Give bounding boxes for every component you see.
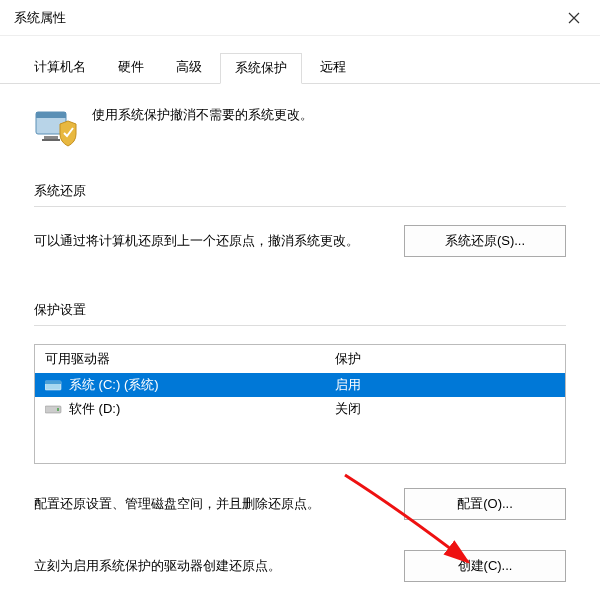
- intro-row: 使用系统保护撤消不需要的系统更改。: [34, 104, 566, 148]
- drive-icon: [45, 378, 63, 392]
- system-restore-button[interactable]: 系统还原(S)...: [404, 225, 566, 257]
- drive-icon: [45, 402, 63, 416]
- configure-text: 配置还原设置、管理磁盘空间，并且删除还原点。: [34, 495, 388, 513]
- intro-text: 使用系统保护撤消不需要的系统更改。: [92, 104, 313, 148]
- protection-settings-header: 保护设置: [34, 301, 566, 326]
- svg-rect-7: [57, 408, 59, 411]
- svg-rect-1: [36, 112, 66, 118]
- svg-rect-2: [44, 136, 58, 139]
- tab-advanced[interactable]: 高级: [162, 53, 216, 84]
- drive-protection: 关闭: [335, 400, 555, 418]
- tab-system-protection[interactable]: 系统保护: [220, 53, 302, 84]
- drive-label: 系统 (C:) (系统): [69, 376, 335, 394]
- drive-protection: 启用: [335, 376, 555, 394]
- svg-rect-3: [42, 139, 60, 141]
- tabs: 计算机名 硬件 高级 系统保护 远程: [0, 36, 600, 84]
- titlebar: 系统属性: [0, 0, 600, 36]
- col-protection-header: 保护: [335, 350, 555, 368]
- create-row: 立刻为启用系统保护的驱动器创建还原点。 创建(C)...: [34, 550, 566, 582]
- system-protection-icon: [34, 104, 78, 148]
- tab-hardware[interactable]: 硬件: [104, 53, 158, 84]
- drive-row-c[interactable]: 系统 (C:) (系统) 启用: [35, 373, 565, 397]
- system-restore-row: 可以通过将计算机还原到上一个还原点，撤消系统更改。 系统还原(S)...: [34, 225, 566, 257]
- drive-row-d[interactable]: 软件 (D:) 关闭: [35, 397, 565, 421]
- tab-remote[interactable]: 远程: [306, 53, 360, 84]
- tab-content: 使用系统保护撤消不需要的系统更改。 系统还原 可以通过将计算机还原到上一个还原点…: [0, 84, 600, 600]
- window-title: 系统属性: [14, 9, 66, 27]
- system-restore-header: 系统还原: [34, 182, 566, 207]
- drives-header: 可用驱动器 保护: [35, 345, 565, 373]
- configure-button[interactable]: 配置(O)...: [404, 488, 566, 520]
- close-button[interactable]: [552, 2, 596, 34]
- configure-row: 配置还原设置、管理磁盘空间，并且删除还原点。 配置(O)...: [34, 488, 566, 520]
- tab-computer-name[interactable]: 计算机名: [20, 53, 100, 84]
- col-drive-header: 可用驱动器: [45, 350, 335, 368]
- drives-list: 可用驱动器 保护 系统 (C:) (系统) 启用 软件 (D:) 关闭: [34, 344, 566, 464]
- create-button[interactable]: 创建(C)...: [404, 550, 566, 582]
- drive-label: 软件 (D:): [69, 400, 335, 418]
- close-icon: [568, 12, 580, 24]
- svg-rect-5: [45, 381, 61, 384]
- system-restore-text: 可以通过将计算机还原到上一个还原点，撤消系统更改。: [34, 231, 388, 252]
- create-text: 立刻为启用系统保护的驱动器创建还原点。: [34, 557, 388, 575]
